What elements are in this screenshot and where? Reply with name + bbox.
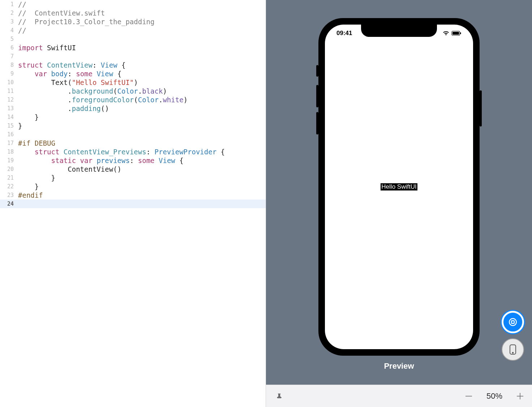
svg-point-3: [509, 318, 516, 326]
line-number: 3: [0, 17, 18, 26]
hello-swiftui-label: Hello SwiftUI: [381, 183, 417, 190]
code-line[interactable]: 13 .padding(): [0, 104, 266, 113]
code-line[interactable]: 11 .background(Color.black): [0, 87, 266, 95]
line-number: 17: [0, 139, 18, 147]
phone-mute-switch: [316, 65, 318, 77]
pin-preview-button[interactable]: [273, 390, 286, 403]
code-content[interactable]: .padding(): [18, 104, 109, 113]
line-number: 21: [0, 173, 18, 182]
code-content[interactable]: import SwiftUI: [18, 43, 76, 52]
line-number: 24: [0, 200, 18, 208]
preview-title: Preview: [384, 361, 414, 371]
code-line[interactable]: 3// Project10.3_Color_the_padding: [0, 17, 266, 26]
line-number: 13: [0, 104, 18, 113]
iphone-mockup: 09:41 Hello SwiftUI: [318, 18, 480, 356]
phone-screen: 09:41 Hello SwiftUI: [325, 25, 473, 349]
code-content[interactable]: }: [18, 113, 39, 121]
code-content[interactable]: .background(Color.black): [18, 87, 167, 95]
code-line[interactable]: 6import SwiftUI: [0, 43, 266, 52]
line-number: 1: [0, 0, 18, 9]
phone-volume-down: [316, 112, 318, 134]
code-area[interactable]: 1//2// ContentView.swift3// Project10.3_…: [0, 0, 266, 208]
code-line[interactable]: 7: [0, 52, 266, 61]
zoom-level-label[interactable]: 50%: [484, 391, 505, 401]
code-content[interactable]: var body: some View {: [18, 69, 121, 78]
line-number: 6: [0, 43, 18, 52]
code-line[interactable]: 16: [0, 130, 266, 139]
code-line[interactable]: 8struct ContentView: View {: [0, 61, 266, 69]
code-line[interactable]: 14 }: [0, 113, 266, 121]
svg-rect-4: [511, 321, 514, 324]
code-content[interactable]: struct ContentView_Previews: PreviewProv…: [18, 147, 225, 156]
line-number: 7: [0, 52, 18, 61]
line-number: 5: [0, 35, 18, 43]
code-content[interactable]: .foregroundColor(Color.white): [18, 95, 188, 104]
zoom-in-button[interactable]: [515, 391, 525, 402]
code-content[interactable]: Text("Hello SwiftUI"): [18, 78, 138, 87]
line-number: 15: [0, 121, 18, 130]
svg-point-6: [512, 352, 514, 354]
code-content[interactable]: #if DEBUG: [18, 139, 55, 147]
code-line[interactable]: 9 var body: some View {: [0, 69, 266, 78]
screen-content: Hello SwiftUI: [325, 25, 473, 349]
code-line[interactable]: 17#if DEBUG: [0, 139, 266, 147]
code-content[interactable]: //: [18, 0, 26, 9]
phone-volume-up: [316, 85, 318, 107]
line-number: 11: [0, 87, 18, 95]
code-line[interactable]: 19 static var previews: some View {: [0, 156, 266, 165]
line-number: 4: [0, 26, 18, 35]
device-settings-button[interactable]: [502, 338, 524, 361]
code-content[interactable]: }: [18, 182, 39, 191]
live-preview-button[interactable]: [502, 311, 524, 333]
code-content[interactable]: }: [18, 173, 55, 182]
code-content[interactable]: //: [18, 26, 26, 35]
preview-pane: 09:41 Hello SwiftUI Preview: [266, 0, 532, 407]
code-line[interactable]: 4//: [0, 26, 266, 35]
line-number: 12: [0, 95, 18, 104]
code-line[interactable]: 23#endif: [0, 191, 266, 200]
code-content[interactable]: struct ContentView: View {: [18, 61, 125, 69]
code-line[interactable]: 21 }: [0, 173, 266, 182]
code-line[interactable]: 18 struct ContentView_Previews: PreviewP…: [0, 147, 266, 156]
code-line[interactable]: 22 }: [0, 182, 266, 191]
line-number: 10: [0, 78, 18, 87]
line-number: 9: [0, 69, 18, 78]
line-number: 8: [0, 61, 18, 69]
canvas-area[interactable]: 09:41 Hello SwiftUI Preview: [266, 0, 532, 385]
zoom-controls: 50%: [463, 391, 525, 402]
line-number: 16: [0, 130, 18, 139]
code-line[interactable]: 12 .foregroundColor(Color.white): [0, 95, 266, 104]
code-line[interactable]: 10 Text("Hello SwiftUI"): [0, 78, 266, 87]
line-number: 22: [0, 182, 18, 191]
line-number: 19: [0, 156, 18, 165]
code-line[interactable]: 24: [0, 200, 266, 208]
code-content[interactable]: static var previews: some View {: [18, 156, 184, 165]
code-line[interactable]: 20 ContentView(): [0, 165, 266, 173]
code-line[interactable]: 2// ContentView.swift: [0, 9, 266, 17]
code-line[interactable]: 15}: [0, 121, 266, 130]
preview-bottom-toolbar: 50%: [266, 385, 532, 407]
code-content[interactable]: #endif: [18, 191, 43, 200]
line-number: 2: [0, 9, 18, 17]
line-number: 23: [0, 191, 18, 200]
code-content[interactable]: // ContentView.swift: [18, 9, 105, 17]
zoom-out-button[interactable]: [463, 391, 474, 402]
code-content[interactable]: ContentView(): [18, 165, 121, 173]
phone-power-button: [480, 90, 482, 127]
code-content[interactable]: // Project10.3_Color_the_padding: [18, 17, 155, 26]
code-editor-pane[interactable]: 1//2// ContentView.swift3// Project10.3_…: [0, 0, 266, 407]
line-number: 20: [0, 165, 18, 173]
line-number: 14: [0, 113, 18, 121]
code-line[interactable]: 1//: [0, 0, 266, 9]
code-line[interactable]: 5: [0, 35, 266, 43]
code-content[interactable]: }: [18, 121, 22, 130]
line-number: 18: [0, 147, 18, 156]
